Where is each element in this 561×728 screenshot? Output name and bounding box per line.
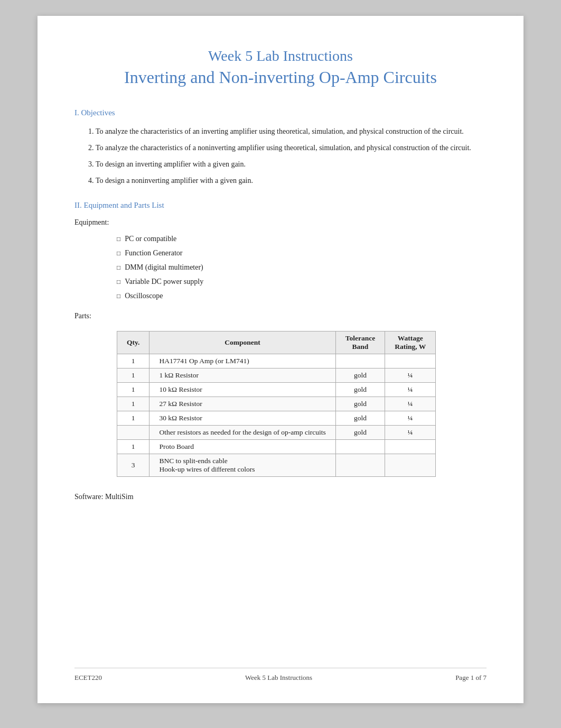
document-page: Week 5 Lab Instructions Inverting and No… (38, 16, 523, 703)
cell-tolerance (335, 354, 385, 368)
table-row: 3 BNC to split-ends cableHook-up wires o… (117, 454, 436, 477)
list-item: PC or compatible (117, 233, 487, 244)
list-item: To design an inverting amplifier with a … (96, 159, 487, 170)
cell-tolerance: gold (335, 383, 385, 397)
main-title: Week 5 Lab Instructions (74, 48, 487, 64)
list-item: Variable DC power supply (117, 276, 487, 287)
cell-tolerance: gold (335, 397, 385, 411)
cell-qty: 3 (117, 454, 149, 477)
table-row: 1 Proto Board (117, 440, 436, 454)
cell-qty: 1 (117, 383, 149, 397)
objectives-section: I. Objectives To analyze the characteris… (74, 108, 487, 186)
cell-wattage: ¼ (385, 411, 436, 426)
cell-qty: 1 (117, 440, 149, 454)
list-item: To analyze the characteristics of a noni… (96, 142, 487, 153)
table-row: Other resistors as needed for the design… (117, 426, 436, 440)
cell-component: HA17741 Op Amp (or LM741) (149, 354, 335, 368)
cell-component: BNC to split-ends cableHook-up wires of … (149, 454, 335, 477)
page-footer: ECET220 Week 5 Lab Instructions Page 1 o… (74, 668, 487, 682)
table-row: 1 27 kΩ Resistor gold ¼ (117, 397, 436, 411)
objectives-heading: I. Objectives (74, 108, 487, 117)
footer-center: Week 5 Lab Instructions (245, 674, 312, 682)
cell-qty: 1 (117, 368, 149, 383)
table-header-row: Qty. Component ToleranceBand WattageRati… (117, 331, 436, 354)
table-row: 1 1 kΩ Resistor gold ¼ (117, 368, 436, 383)
cell-qty: 1 (117, 354, 149, 368)
equipment-list: PC or compatible Function Generator DMM … (117, 233, 487, 301)
cell-wattage (385, 440, 436, 454)
software-line: Software: MultiSim (74, 493, 487, 501)
cell-component: 10 kΩ Resistor (149, 383, 335, 397)
cell-tolerance (335, 454, 385, 477)
cell-component: 30 kΩ Resistor (149, 411, 335, 426)
cell-tolerance: gold (335, 368, 385, 383)
list-item: Oscilloscope (117, 290, 487, 301)
cell-wattage (385, 354, 436, 368)
list-item: To design a noninverting amplifier with … (96, 175, 487, 186)
equipment-section: II. Equipment and Parts List Equipment: … (74, 201, 487, 501)
cell-component: Other resistors as needed for the design… (149, 426, 335, 440)
table-row: 1 HA17741 Op Amp (or LM741) (117, 354, 436, 368)
footer-page: Page 1 of 7 (455, 674, 487, 682)
table-row: 1 30 kΩ Resistor gold ¼ (117, 411, 436, 426)
table-row: 1 10 kΩ Resistor gold ¼ (117, 383, 436, 397)
title-block: Week 5 Lab Instructions Inverting and No… (74, 48, 487, 87)
cell-wattage: ¼ (385, 426, 436, 440)
cell-qty: 1 (117, 397, 149, 411)
cell-component: 1 kΩ Resistor (149, 368, 335, 383)
col-header-qty: Qty. (117, 331, 149, 354)
list-item: Function Generator (117, 247, 487, 259)
col-header-wattage: WattageRating, W (385, 331, 436, 354)
cell-component: Proto Board (149, 440, 335, 454)
cell-component: 27 kΩ Resistor (149, 397, 335, 411)
parts-label: Parts: (74, 312, 487, 320)
cell-wattage (385, 454, 436, 477)
cell-wattage: ¼ (385, 383, 436, 397)
cell-wattage: ¼ (385, 397, 436, 411)
col-header-component: Component (149, 331, 335, 354)
col-header-tolerance: ToleranceBand (335, 331, 385, 354)
cell-tolerance: gold (335, 411, 385, 426)
cell-qty: 1 (117, 411, 149, 426)
equipment-label: Equipment: (74, 218, 487, 227)
objectives-list: To analyze the characteristics of an inv… (96, 126, 487, 186)
cell-wattage: ¼ (385, 368, 436, 383)
list-item: To analyze the characteristics of an inv… (96, 126, 487, 137)
cell-qty (117, 426, 149, 440)
footer-course: ECET220 (74, 674, 102, 682)
cell-tolerance: gold (335, 426, 385, 440)
list-item: DMM (digital multimeter) (117, 262, 487, 273)
equipment-heading: II. Equipment and Parts List (74, 201, 487, 210)
cell-tolerance (335, 440, 385, 454)
sub-title: Inverting and Non-inverting Op-Amp Circu… (74, 68, 487, 87)
parts-table: Qty. Component ToleranceBand WattageRati… (117, 331, 436, 477)
